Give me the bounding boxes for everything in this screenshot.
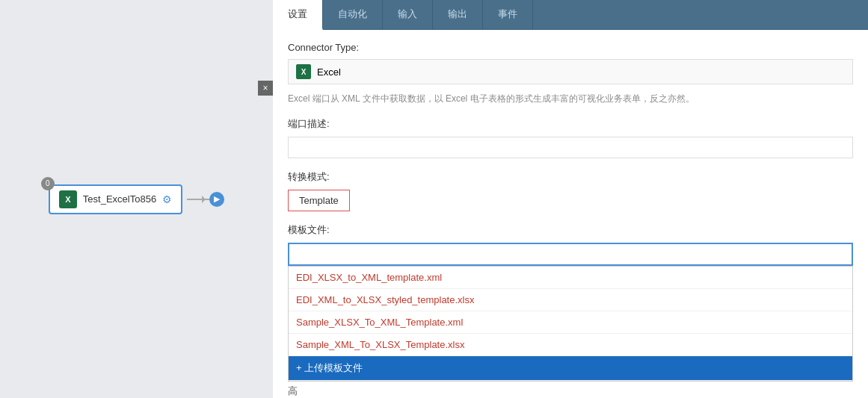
arrow-right: ▶ xyxy=(187,192,224,207)
gear-icon[interactable]: ⚙ xyxy=(162,193,172,205)
node-badge: 0 xyxy=(41,177,55,190)
left-panel: × 0 X Test_ExcelTo856 ⚙ ▶ xyxy=(0,0,273,398)
dropdown-item-0[interactable]: EDI_XLSX_to_XML_template.xml xyxy=(289,267,852,289)
excel-icon: X xyxy=(59,190,77,208)
dropdown-item-2[interactable]: Sample_XLSX_To_XML_Template.xml xyxy=(289,311,852,334)
content-area: Connector Type: X Excel Excel 端口从 XML 文件… xyxy=(273,30,868,398)
tab-input[interactable]: 输入 xyxy=(383,0,433,29)
right-panel: 设置 自动化 输入 输出 事件 Connector Type: X Excel … xyxy=(273,0,868,398)
connector-type-row: X Excel xyxy=(288,59,853,84)
port-desc-label: 端口描述: xyxy=(288,117,853,131)
connector-type-label: Connector Type: xyxy=(288,42,853,53)
advanced-label: 高 xyxy=(288,385,853,398)
template-file-dropdown: EDI_XLSX_to_XML_template.xml EDI_XML_to_… xyxy=(288,266,853,382)
tab-settings[interactable]: 设置 xyxy=(273,0,323,30)
arrow-circle: ▶ xyxy=(209,192,224,207)
dropdown-item-3[interactable]: Sample_XML_To_XLSX_Template.xlsx xyxy=(289,334,852,356)
node-container: 0 X Test_ExcelTo856 ⚙ ▶ xyxy=(49,184,224,214)
convert-mode-label: 转换模式: xyxy=(288,170,853,184)
convert-mode-value[interactable]: Template xyxy=(288,190,350,211)
connector-description: Excel 端口从 XML 文件中获取数据，以 Excel 电子表格的形式生成丰… xyxy=(288,92,853,105)
template-file-input[interactable] xyxy=(288,243,853,266)
template-file-label: 模板文件: xyxy=(288,223,853,237)
port-desc-input[interactable] xyxy=(288,137,853,158)
tab-automation[interactable]: 自动化 xyxy=(323,0,383,29)
close-button[interactable]: × xyxy=(258,81,273,96)
node-box[interactable]: X Test_ExcelTo856 ⚙ xyxy=(49,184,182,214)
connector-type-value: Excel xyxy=(317,66,341,78)
excel-icon-small: X xyxy=(296,64,311,79)
connector-line xyxy=(187,199,209,200)
tab-output[interactable]: 输出 xyxy=(433,0,483,29)
dropdown-item-4[interactable]: + 上传模板文件 xyxy=(289,356,852,381)
tab-event[interactable]: 事件 xyxy=(483,0,533,29)
node-label: Test_ExcelTo856 xyxy=(83,193,156,205)
tab-bar: 设置 自动化 输入 输出 事件 xyxy=(273,0,868,30)
dropdown-item-1[interactable]: EDI_XML_to_XLSX_styled_template.xlsx xyxy=(289,289,852,311)
